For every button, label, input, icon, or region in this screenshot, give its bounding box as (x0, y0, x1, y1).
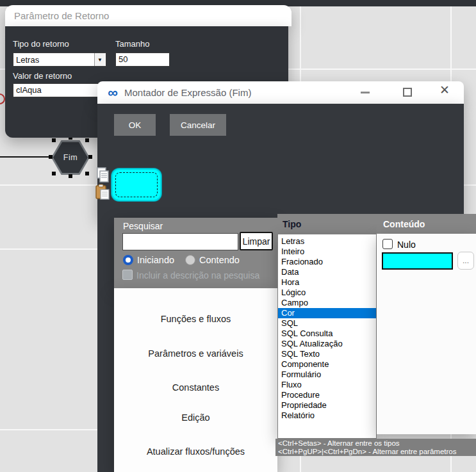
color-value-swatch[interactable] (382, 252, 453, 270)
status-line-1: <Ctrl+Setas> - Alternar entre os tipos (278, 439, 476, 448)
type-list-item[interactable]: Hora (278, 277, 376, 288)
include-description-checkbox[interactable] (122, 270, 133, 280)
type-list-item[interactable]: Lógico (278, 288, 376, 298)
radio-starting-label: Iniciando (137, 255, 174, 265)
content-column-header: Conteúdo (377, 214, 476, 234)
search-panel: Pesquisar Limpar Iniciando Contendo Incl… (114, 218, 277, 288)
selection-handle[interactable] (49, 155, 53, 159)
return-type-dropdown[interactable]: Letras ▼ (13, 53, 106, 67)
status-line-2: <Ctrl+PgUP>|<Ctrl+PgDn> - Alternar entre… (278, 448, 476, 456)
selection-handle[interactable] (88, 155, 92, 159)
return-type-value: Letras (16, 55, 94, 65)
selection-handle[interactable] (85, 172, 89, 175)
search-label: Pesquisar (123, 221, 163, 231)
type-list-item[interactable]: Campo (278, 298, 376, 308)
content-panel: Nulo ... (377, 234, 476, 434)
type-list-item[interactable]: SQL Atualização (278, 339, 376, 349)
type-list-item[interactable]: Relatório (278, 411, 376, 421)
shortcut-status-bar: <Ctrl+Setas> - Alternar entre os tipos <… (275, 439, 476, 456)
type-list-item[interactable]: SQL (278, 318, 376, 329)
nav-funcoes-e-fluxos[interactable]: Funções e fluxos (114, 314, 277, 324)
selection-handle[interactable] (52, 172, 56, 175)
selection-handle[interactable] (69, 174, 72, 178)
nav-parametros-e-variaveis[interactable]: Parâmetros e variáveis (114, 348, 277, 359)
expression-value-box[interactable] (111, 168, 161, 201)
flow-connector-line (0, 156, 51, 158)
search-input[interactable] (122, 233, 238, 250)
type-list-item[interactable]: Componente (278, 359, 376, 370)
radio-starting[interactable] (123, 255, 133, 265)
type-column-header: Tipo (277, 214, 377, 234)
chevron-down-icon[interactable]: ▼ (94, 53, 105, 66)
include-description-label: Incluir a descrição na pesquisa (136, 270, 259, 281)
category-nav-panel: Funções e fluxos Parâmetros e variáveis … (114, 288, 277, 472)
selection-handle[interactable] (85, 138, 89, 142)
red-connection-port[interactable] (0, 94, 5, 104)
selection-handle[interactable] (52, 138, 56, 142)
type-list-item[interactable]: Fluxo (278, 380, 376, 390)
type-list-item[interactable]: Procedure (278, 390, 376, 400)
type-listbox[interactable]: LetrasInteiroFracionadoDataHoraLógicoCam… (277, 234, 377, 439)
null-label: Nulo (397, 240, 416, 250)
nav-edicao[interactable]: Edição (114, 412, 277, 423)
maximize-button[interactable] (403, 88, 412, 97)
size-label: Tamanho (115, 39, 149, 49)
type-list-item[interactable]: SQL Texto (278, 349, 376, 359)
radio-containing-label: Contendo (199, 255, 240, 265)
return-type-label: Tipo do retorno (13, 39, 69, 49)
paste-icon[interactable] (95, 184, 111, 203)
maker-logo-icon: ∞ (105, 88, 120, 97)
return-value-label: Valor de retorno (13, 71, 72, 81)
screen: Fim Parâmetro de Retorno Tipo do retorno… (0, 0, 476, 472)
return-param-panel-titlebar[interactable]: Parâmetro de Retorno (5, 5, 291, 26)
radio-containing[interactable] (185, 255, 195, 265)
type-list-item[interactable]: SQL Consulta (278, 329, 376, 339)
ok-button[interactable]: OK (114, 114, 156, 136)
clear-search-button[interactable]: Limpar (240, 232, 273, 250)
expression-window-left-edge (97, 213, 114, 472)
type-list-item[interactable]: Letras (278, 236, 376, 247)
color-picker-button[interactable]: ... (457, 252, 474, 270)
type-list-item[interactable]: Formulário (278, 370, 376, 380)
nav-constantes[interactable]: Constantes (114, 382, 277, 393)
type-list-item[interactable]: Data (278, 267, 376, 277)
nav-atualizar-fluxos[interactable]: Atualizar fluxos/funções (114, 446, 277, 457)
null-checkbox[interactable] (382, 239, 393, 249)
focus-marquee (115, 172, 158, 197)
type-list-item[interactable]: Inteiro (278, 247, 376, 257)
close-icon[interactable]: ✕ (439, 84, 450, 96)
type-list-item[interactable]: Fracionado (278, 257, 376, 267)
type-list-item[interactable]: Cor (278, 308, 376, 318)
cancel-button[interactable]: Cancelar (170, 114, 226, 136)
size-input[interactable]: 50 (115, 53, 170, 67)
minimize-button[interactable] (361, 92, 370, 94)
type-list-item[interactable]: Propriedade (278, 400, 376, 411)
expression-window-title: Montador de Expressão (Fim) (124, 87, 251, 98)
